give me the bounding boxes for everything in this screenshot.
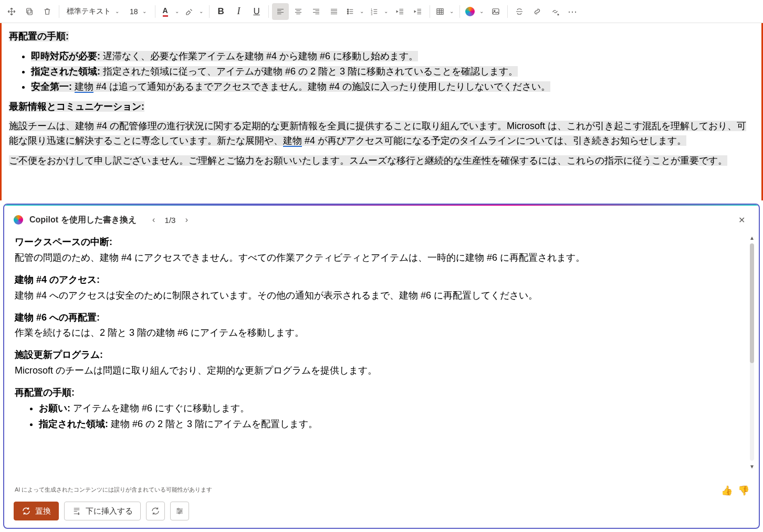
suggestion-heading: 施設更新プログラム: — [15, 348, 745, 363]
table-split[interactable]: ⌄ — [433, 3, 456, 20]
indent-button[interactable] — [410, 3, 426, 20]
regenerate-button[interactable] — [146, 502, 165, 520]
thumbs-down-button[interactable]: 👎 — [738, 485, 749, 496]
list-item: 指定された領域: 建物 #6 の 2 階と 3 階にアイテムを配置します。 — [39, 417, 745, 432]
copy-icon[interactable] — [21, 3, 38, 20]
replace-button[interactable]: 置換 — [14, 502, 59, 520]
ai-disclaimer: AI によって生成されたコンテンツには誤りが含まれている可能性があります — [4, 486, 222, 496]
list-item: 指定された領域: 指定された領域に従って、アイテムが建物 #6 の 2 階と 3… — [31, 65, 754, 79]
chevron-down-icon: ⌄ — [448, 8, 455, 14]
thumbs-up-button[interactable]: 👍 — [721, 485, 733, 496]
svg-point-11 — [177, 508, 179, 510]
svg-point-12 — [180, 510, 182, 512]
svg-text:3: 3 — [371, 12, 372, 15]
bullet-list-split[interactable]: ⌄ — [343, 3, 367, 20]
chevron-down-icon: ⌄ — [174, 8, 180, 14]
close-button[interactable]: ✕ — [734, 212, 749, 228]
svg-point-3 — [347, 10, 348, 12]
font-size-combo[interactable]: 18 ⌄ — [126, 3, 152, 20]
next-suggestion-button[interactable]: › — [180, 213, 193, 227]
feedback-buttons: 👍 👎 — [721, 485, 749, 496]
copilot-suggestion-nav: ‹ 1/3 › — [147, 213, 194, 227]
copilot-icon — [14, 215, 23, 225]
list-item: お願い: アイテムを建物 #6 にすぐに移動します。 — [39, 401, 745, 416]
chevron-down-icon: ⌄ — [198, 8, 204, 14]
font-color-split[interactable]: A ⌄ — [159, 3, 182, 20]
doc-list-relocate: 即時対応が必要: 遅滞なく、必要な作業アイテムを建物 #4 から建物 #6 に移… — [9, 49, 754, 94]
insert-below-button[interactable]: 下に挿入する — [64, 502, 141, 520]
suggestion-heading: ワークスペースの中断: — [15, 235, 745, 250]
delete-icon[interactable] — [39, 3, 56, 20]
suggestion-heading: 建物 #4 のアクセス: — [15, 273, 745, 288]
svg-rect-0 — [28, 10, 32, 15]
suggestion-paragraph: Microsoft のチームは問題に取り組んでおり、定期的な更新プログラムを提供… — [15, 364, 745, 378]
scroll-down-icon[interactable]: ▾ — [750, 463, 754, 470]
chevron-down-icon: ⌄ — [359, 8, 365, 14]
font-color-letter: A — [163, 6, 168, 17]
list-item: 即時対応が必要: 遅滞なく、必要な作業アイテムを建物 #4 から建物 #6 に移… — [31, 49, 754, 64]
image-icon[interactable] — [487, 3, 504, 20]
copilot-rewrite-panel: Copilot を使用した書き換え ‹ 1/3 › ✕ ワークスペースの中断: … — [3, 204, 760, 529]
copilot-suggestion-body: ワークスペースの中断: 配管の問題のため、建物 #4 にアクセスできません。すべ… — [4, 233, 759, 485]
doc-heading-updates: 最新情報とコミュニケーション: — [9, 101, 144, 112]
overflow-menu-button[interactable]: ⋯ — [565, 3, 581, 20]
numbered-list-split[interactable]: 123 ⌄ — [368, 3, 391, 20]
suggestion-paragraph: 配管の問題のため、建物 #4 にアクセスできません。すべての作業アクティビティと… — [15, 251, 745, 265]
scrollbar[interactable]: ▴ ▾ — [748, 234, 756, 470]
prev-suggestion-button[interactable]: ‹ — [147, 213, 161, 227]
outdent-button[interactable] — [392, 3, 409, 20]
copilot-icon — [465, 7, 475, 16]
svg-rect-9 — [493, 8, 499, 14]
copilot-panel-footer: 置換 下に挿入する — [4, 497, 759, 528]
replace-button-label: 置換 — [35, 506, 51, 516]
suggestion-heading: 再配置の手順: — [15, 386, 745, 400]
italic-button[interactable]: I — [231, 3, 247, 20]
scroll-track[interactable] — [750, 243, 754, 461]
highlight-color-split[interactable]: ⌄ — [183, 3, 206, 20]
svg-point-2 — [347, 9, 348, 10]
scroll-thumb[interactable] — [750, 243, 754, 363]
suggestion-list: お願い: アイテムを建物 #6 にすぐに移動します。 指定された領域: 建物 #… — [15, 401, 745, 432]
suggestion-heading: 建物 #6 への再配置: — [15, 311, 745, 325]
doc-heading-relocate: 再配置の手順: — [9, 31, 69, 41]
svg-rect-1 — [27, 8, 31, 13]
align-justify-button[interactable] — [326, 3, 342, 20]
suggestion-counter: 1/3 — [165, 216, 176, 225]
suggestion-paragraph: 作業を続けるには、2 階と 3 階の建物 #6 にアイテムを移動します。 — [15, 326, 745, 341]
unlink-button[interactable] — [547, 3, 563, 20]
suggestion-paragraph: 建物 #4 へのアクセスは安全のために制限されています。その他の通知が表示される… — [15, 289, 745, 303]
copilot-toolbar-split[interactable]: ⌄ — [463, 3, 486, 20]
copilot-panel-title: Copilot を使用した書き換え — [29, 215, 137, 226]
paragraph-style-label: 標準テキスト — [67, 7, 111, 16]
document-editor[interactable]: 再配置の手順: 即時対応が必要: 遅滞なく、必要な作業アイテムを建物 #4 から… — [0, 23, 763, 200]
chevron-down-icon: ⌄ — [383, 8, 389, 14]
chevron-down-icon: ⌄ — [141, 8, 148, 14]
insert-below-button-label: 下に挿入する — [86, 506, 133, 516]
align-center-button[interactable] — [290, 3, 307, 20]
align-right-button[interactable] — [308, 3, 325, 20]
formatting-toolbar: 標準テキスト ⌄ 18 ⌄ A ⌄ ⌄ B I U ⌄ 123 ⌄ ⌄ ⌄ — [0, 0, 763, 23]
align-left-button[interactable] — [272, 3, 289, 20]
move-icon[interactable] — [3, 3, 20, 20]
underline-button[interactable]: U — [248, 3, 265, 20]
doc-link-building[interactable]: 建物 — [283, 135, 302, 147]
document-content: 再配置の手順: 即時対応が必要: 遅滞なく、必要な作業アイテムを建物 #4 から… — [9, 29, 754, 168]
bold-button[interactable]: B — [213, 3, 229, 20]
chevron-down-icon: ⌄ — [114, 8, 120, 14]
font-size-value: 18 — [130, 7, 138, 16]
svg-point-13 — [179, 512, 180, 514]
link-button[interactable] — [529, 3, 546, 20]
paragraph-style-combo[interactable]: 標準テキスト ⌄ — [62, 3, 124, 20]
doc-paragraph-apology: ご不便をおかけして申し訳ございません。ご理解とご協力をお願いいたします。スムーズ… — [9, 155, 727, 166]
chevron-down-icon: ⌄ — [478, 8, 485, 14]
svg-rect-8 — [437, 8, 443, 14]
doc-link-building[interactable]: 建物 — [75, 81, 93, 93]
copilot-panel-header: Copilot を使用した書き換え ‹ 1/3 › ✕ — [4, 205, 759, 233]
scroll-up-icon[interactable]: ▴ — [750, 234, 754, 241]
strikethrough-button[interactable] — [511, 3, 528, 20]
list-item: 安全第一: 建物 #4 は追って通知があるまでアクセスできません。建物 #4 の… — [31, 80, 754, 94]
adjust-button[interactable] — [170, 502, 189, 520]
svg-point-4 — [347, 13, 348, 14]
